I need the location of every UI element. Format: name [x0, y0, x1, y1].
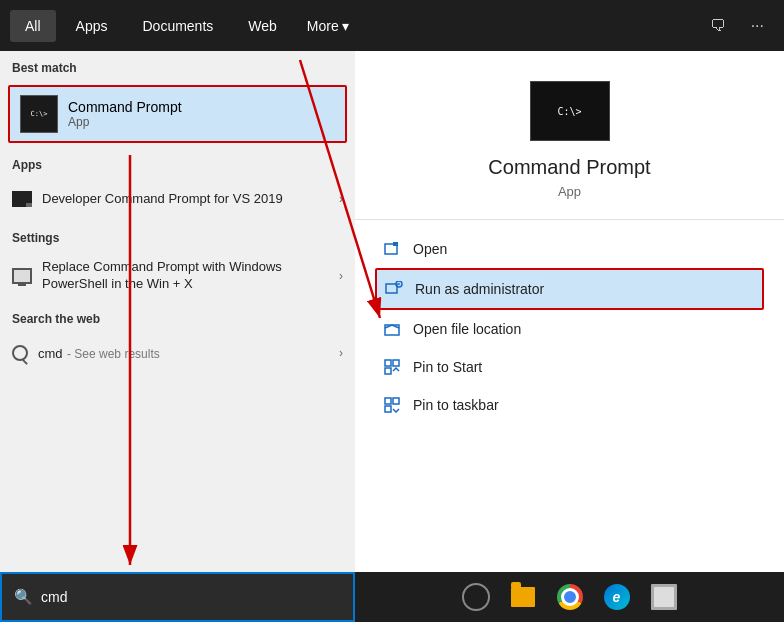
dev-cmd-item[interactable]: Developer Command Prompt for VS 2019 › — [0, 177, 355, 221]
cortana-icon — [462, 583, 490, 611]
file-explorer-icon — [511, 587, 535, 607]
edge-button[interactable] — [601, 581, 633, 613]
svg-rect-1 — [393, 242, 398, 246]
action-pin-taskbar[interactable]: Pin to taskbar — [375, 386, 764, 424]
svg-rect-10 — [385, 398, 391, 404]
action-run-admin[interactable]: Run as administrator — [375, 268, 764, 310]
action-open-location[interactable]: Open file location — [375, 310, 764, 348]
monitor-icon — [12, 268, 32, 284]
settings-text: Replace Command Prompt with Windows Powe… — [42, 259, 339, 293]
dev-cmd-text: Developer Command Prompt for VS 2019 — [42, 191, 283, 208]
chevron-right-icon-2: › — [339, 269, 343, 283]
chrome-icon — [557, 584, 583, 610]
svg-rect-9 — [385, 368, 391, 374]
right-panel: Command Prompt App Open — [355, 51, 784, 572]
content-area: Best match Command Prompt App Apps Devel… — [0, 51, 784, 572]
cmd-icon-small — [20, 95, 58, 133]
best-match-item[interactable]: Command Prompt App — [8, 85, 347, 143]
best-match-subtitle: App — [68, 115, 182, 129]
best-match-label: Best match — [0, 51, 355, 80]
action-pin-start-label: Pin to Start — [413, 359, 482, 375]
network-icon — [651, 584, 677, 610]
svg-rect-2 — [386, 284, 397, 293]
search-icon: 🔍 — [14, 588, 33, 606]
chrome-button[interactable] — [554, 581, 586, 613]
web-cmd-text: cmd — [38, 346, 63, 361]
web-section-label: Search the web — [0, 302, 355, 331]
pin-taskbar-icon — [383, 396, 401, 414]
action-open[interactable]: Open — [375, 230, 764, 268]
svg-rect-11 — [393, 398, 399, 404]
web-sub-text: - See web results — [67, 347, 160, 361]
app-subtitle: App — [558, 184, 581, 199]
divider — [355, 219, 784, 220]
open-icon — [383, 240, 401, 258]
tab-documents[interactable]: Documents — [127, 10, 228, 42]
best-match-title: Command Prompt — [68, 99, 182, 115]
apps-section-label: Apps — [0, 148, 355, 177]
tab-all[interactable]: All — [10, 10, 56, 42]
action-admin-label: Run as administrator — [415, 281, 544, 297]
app-icon-large — [530, 81, 610, 141]
search-web-icon — [12, 345, 28, 361]
edge-icon — [604, 584, 630, 610]
app-title: Command Prompt — [488, 156, 650, 179]
settings-section-label: Settings — [0, 221, 355, 250]
pin-start-icon — [383, 358, 401, 376]
cortana-button[interactable] — [460, 581, 492, 613]
more-options-icon[interactable]: ··· — [741, 9, 774, 43]
svg-rect-7 — [385, 360, 391, 366]
feedback-icon[interactable]: 🗨 — [700, 9, 736, 43]
chevron-right-icon: › — [339, 192, 343, 206]
file-explorer-button[interactable] — [507, 581, 539, 613]
chevron-down-icon: ▾ — [342, 18, 349, 34]
dev-cmd-icon — [12, 191, 32, 207]
web-search-item[interactable]: cmd - See web results › — [0, 331, 355, 375]
admin-icon — [385, 280, 403, 298]
settings-item[interactable]: Replace Command Prompt with Windows Powe… — [0, 250, 355, 302]
top-nav: All Apps Documents Web More ▾ 🗨 ··· — [0, 0, 784, 51]
taskbar: 🔍 — [0, 572, 784, 622]
network-button[interactable] — [648, 581, 680, 613]
chevron-right-icon-3: › — [339, 346, 343, 360]
svg-rect-8 — [393, 360, 399, 366]
search-input[interactable] — [41, 589, 341, 605]
action-location-label: Open file location — [413, 321, 521, 337]
tab-more[interactable]: More ▾ — [297, 10, 359, 42]
left-panel: Best match Command Prompt App Apps Devel… — [0, 51, 355, 572]
action-list: Open Run as administrator — [355, 230, 784, 424]
action-open-label: Open — [413, 241, 447, 257]
tab-apps[interactable]: Apps — [61, 10, 123, 42]
action-pin-taskbar-label: Pin to taskbar — [413, 397, 499, 413]
search-box[interactable]: 🔍 — [0, 572, 355, 622]
location-icon — [383, 320, 401, 338]
taskbar-icons — [355, 572, 784, 622]
tab-web[interactable]: Web — [233, 10, 292, 42]
svg-rect-12 — [385, 406, 391, 412]
best-match-text: Command Prompt App — [68, 99, 182, 129]
action-pin-start[interactable]: Pin to Start — [375, 348, 764, 386]
